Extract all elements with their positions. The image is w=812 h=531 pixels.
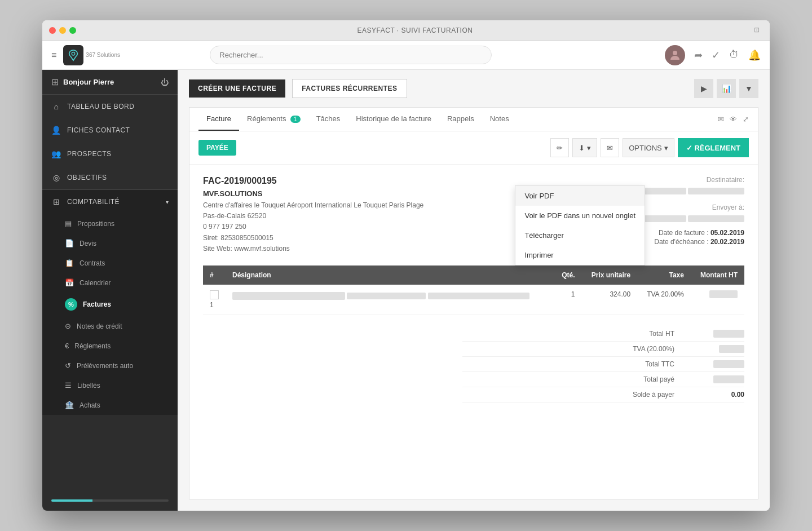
dropdown-voir-pdf[interactable]: Voir PDF xyxy=(515,186,645,206)
expand-tab-icon[interactable]: ⤢ xyxy=(743,115,749,123)
recurring-invoices-button[interactable]: FACTURES RÉCURRENTES xyxy=(292,79,407,98)
sidebar-sub-label: Propositions xyxy=(77,220,114,228)
search-bar[interactable] xyxy=(210,46,492,64)
total-ht-label: Total HT xyxy=(462,330,688,338)
tab-facture[interactable]: Facture xyxy=(198,108,239,131)
chevron-icon: ▾ xyxy=(166,199,169,205)
date-echeance-value: 20.02.2019 xyxy=(710,238,744,246)
tab-reglements[interactable]: Réglements 1 xyxy=(239,108,308,131)
sidebar-username: Bonjour Pierre xyxy=(63,78,156,86)
website: Site Web: www.mvf.solutions xyxy=(203,244,423,254)
chart-view-button[interactable]: 📊 xyxy=(717,79,736,98)
email-tab-icon[interactable]: ✉ xyxy=(718,115,724,123)
sidebar-item-achats[interactable]: 🏦 Achats xyxy=(42,395,178,415)
total-tva-label: TVA (20.00%) xyxy=(462,345,688,353)
share-icon[interactable]: ➦ xyxy=(694,49,703,61)
list-view-button[interactable]: ▶ xyxy=(694,79,713,98)
email-button[interactable]: ✉ xyxy=(601,138,619,157)
sidebar-sub-label: Contrats xyxy=(80,259,105,267)
total-paye-label: Total payé xyxy=(462,375,688,383)
expand-icon[interactable]: ⊡ xyxy=(754,26,763,35)
sidebar-item-prospects[interactable]: 👥 PROSPECTS xyxy=(42,142,178,166)
sidebar-comptabilite-section: ⊞ COMPTABILITÉ ▾ ▤ Propositions 📄 Devis xyxy=(42,189,178,415)
check-icon[interactable]: ✓ xyxy=(712,49,720,61)
sidebar-item-notes-credit[interactable]: ⊝ Notes de crédit xyxy=(42,316,178,336)
app-window: EASYFACT · SUIVI FACTURATION ⊡ ≡ 367 Sol… xyxy=(42,20,770,511)
destinataire-label: Destinataire: xyxy=(526,176,744,184)
objectifs-icon: ◎ xyxy=(51,172,61,183)
download-chevron: ▾ xyxy=(587,144,591,152)
create-invoice-button[interactable]: CRÉER UNE FACTURE xyxy=(189,79,285,98)
download-button[interactable]: ⬇ ▾ xyxy=(572,138,597,157)
dropdown-telecharger[interactable]: Télécharger xyxy=(515,225,645,245)
svg-point-0 xyxy=(72,52,76,55)
content-header: CRÉER UNE FACTURE FACTURES RÉCURRENTES ▶… xyxy=(178,70,770,107)
close-dot[interactable] xyxy=(49,27,56,34)
navbar-actions: ➦ ✓ ⏱ 🔔 xyxy=(665,45,761,65)
designation-sub1 xyxy=(347,293,426,299)
filter-button[interactable]: ▼ xyxy=(739,79,758,98)
tab-taches[interactable]: Tâches xyxy=(308,108,348,131)
libelles-icon: ☰ xyxy=(65,381,72,390)
phone: 0 977 197 250 xyxy=(203,222,423,232)
propositions-icon: ▤ xyxy=(65,219,72,228)
minimize-dot[interactable] xyxy=(59,27,66,34)
power-icon[interactable]: ⏻ xyxy=(161,78,169,87)
contacts-icon: 👤 xyxy=(51,125,61,135)
dropdown-voir-pdf-onglet[interactable]: Voir le PDF dans un nouvel onglet xyxy=(515,206,645,225)
reglements-badge: 1 xyxy=(290,116,301,123)
main-area: ⊞ Bonjour Pierre ⏻ ⌂ TABLEAU DE BORD 👤 F… xyxy=(42,70,770,511)
col-num: # xyxy=(203,266,226,285)
sidebar-item-contrats[interactable]: 📋 Contrats xyxy=(42,253,178,273)
sidebar-item-fiches-contact[interactable]: 👤 FICHES CONTACT xyxy=(42,118,178,142)
comptabilite-icon: ⊞ xyxy=(51,197,61,207)
solde-payer-row: Solde à payer 0.00 xyxy=(462,387,744,402)
envoyer-city xyxy=(688,215,744,222)
hamburger-icon[interactable]: ≡ xyxy=(51,50,56,60)
sidebar-item-objectifs[interactable]: ◎ OBJECTIFS xyxy=(42,166,178,189)
sidebar-item-libelles[interactable]: ☰ Libellés xyxy=(42,375,178,395)
maximize-dot[interactable] xyxy=(69,27,76,34)
notes-credit-icon: ⊝ xyxy=(65,322,71,330)
eye-tab-icon[interactable]: 👁 xyxy=(730,115,737,123)
tab-notes[interactable]: Notes xyxy=(482,108,517,131)
check-icon[interactable] xyxy=(210,290,219,299)
total-ht-row: Total HT xyxy=(462,326,744,342)
invoice-toolbar: PAYÉE ✏ ⬇ ▾ ✉ xyxy=(189,131,758,165)
sidebar-item-tableau-de-bord[interactable]: ⌂ TABLEAU DE BORD xyxy=(42,95,178,118)
logo-icon xyxy=(63,45,83,65)
progress-bar xyxy=(51,499,169,502)
tab-historique[interactable]: Historique de la facture xyxy=(348,108,439,131)
sidebar-item-reglements[interactable]: € Réglements xyxy=(42,336,178,356)
sidebar-item-prelevements[interactable]: ↺ Prélèvements auto xyxy=(42,356,178,375)
factures-icon: % xyxy=(65,298,77,311)
sidebar-item-devis[interactable]: 📄 Devis xyxy=(42,233,178,253)
total-ttc-value xyxy=(688,360,744,368)
contrats-icon: 📋 xyxy=(65,259,74,267)
main-content: CRÉER UNE FACTURE FACTURES RÉCURRENTES ▶… xyxy=(178,70,770,511)
invoice-number: FAC-2019/000195 xyxy=(203,176,423,186)
sidebar-item-calendrier[interactable]: 📅 Calendrier xyxy=(42,273,178,293)
tab-rappels[interactable]: Rappels xyxy=(439,108,482,131)
sidebar-item-factures[interactable]: % Factures xyxy=(42,293,178,316)
row-designation xyxy=(226,285,554,315)
reglement-button[interactable]: ✓ RÈGLEMENT xyxy=(678,138,749,157)
sidebar-comptabilite-header[interactable]: ⊞ COMPTABILITÉ ▾ xyxy=(42,190,178,214)
sidebar-sub-label: Calendrier xyxy=(80,279,111,287)
col-qty: Qté. xyxy=(554,266,582,285)
dropdown-imprimer[interactable]: Imprimer xyxy=(515,245,645,265)
edit-button[interactable]: ✏ xyxy=(550,138,569,157)
bell-icon[interactable]: 🔔 xyxy=(748,49,761,61)
solde-payer-label: Solde à payer xyxy=(462,391,688,399)
clock-icon[interactable]: ⏱ xyxy=(729,49,739,61)
total-tva-value xyxy=(688,345,744,353)
sidebar-item-propositions[interactable]: ▤ Propositions xyxy=(42,214,178,233)
top-navbar: ≡ 367 Solutions xyxy=(42,41,770,70)
options-button[interactable]: OPTIONS ▾ xyxy=(623,138,674,157)
total-ttc-label: Total TTC xyxy=(462,360,688,368)
search-input[interactable] xyxy=(210,46,492,64)
avatar xyxy=(665,45,685,65)
logo-text: 367 Solutions xyxy=(86,52,120,58)
reglements-icon: € xyxy=(65,342,69,350)
status-badge: PAYÉE xyxy=(198,140,236,156)
